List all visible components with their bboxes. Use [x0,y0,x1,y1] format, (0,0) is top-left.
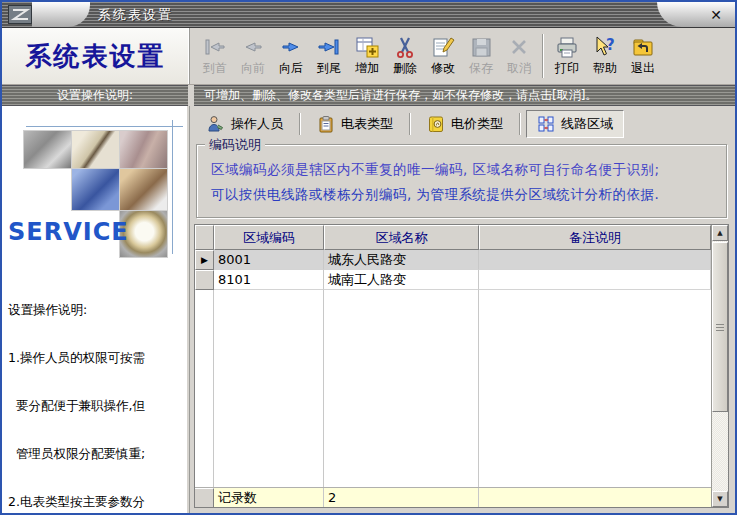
grid-gridline [213,290,214,487]
content-row: SERVICE 设置操作说明: 1.操作人员的权限可按需 要分配便于兼职操作,但… [2,106,735,513]
save-icon [469,35,493,59]
grid-body: 区域编码 区域名称 备注说明 ▶ 8001 城东人民路变 8101 城南工人路变 [195,225,711,507]
help-icon: ? [593,35,617,59]
exit-button[interactable]: 退出 [624,30,662,82]
footer-empty-cell [479,488,711,507]
nav-prev-button[interactable]: 向前 [234,30,272,82]
app-window: 系统表设置 ✕ 系统表设置 到首 向前 [0,0,737,515]
delete-button[interactable]: 删除 [386,30,424,82]
modify-icon [431,35,455,59]
grid-empty-area [195,290,711,487]
record-count-value: 2 [324,488,479,507]
grid-indicator-header [195,225,214,250]
toolbar-button-label: 向后 [279,60,303,77]
save-button[interactable]: 保存 [462,30,500,82]
vertical-scrollbar[interactable]: ▲ ▼ [711,225,728,507]
clipboard-icon [317,115,335,133]
titlebar[interactable]: 系统表设置 ✕ [2,2,735,28]
column-header-code[interactable]: 区域编码 [214,225,324,250]
table-row[interactable]: ▶ 8001 城东人民路变 [195,250,711,270]
toolbar-button-label: 到尾 [317,60,341,77]
cell-region-name[interactable]: 城东人民路变 [324,250,479,270]
modify-button[interactable]: 修改 [424,30,462,82]
groupbox-legend: 编码说明 [205,136,265,154]
section-headers: 设置操作说明: 可增加、删除、修改各类型后请进行保存，如不保存修改，请点击[取消… [2,85,735,106]
print-button[interactable]: 打印 [548,30,586,82]
toolbar-button-label: 修改 [431,60,455,77]
toolbar-button-label: 帮助 [593,60,617,77]
cell-region-note[interactable] [479,250,711,270]
table-row[interactable]: 8101 城南工人路变 [195,270,711,290]
page-title: 系统表设置 [26,39,166,74]
footer-indicator-cell [195,488,214,507]
app-title-panel: 系统表设置 [2,28,190,84]
grid-gridline [478,290,479,487]
instruction-line: 1.操作人员的权限可按需 [8,350,187,366]
nav-first-button[interactable]: 到首 [196,30,234,82]
exit-icon [631,35,655,59]
main-notice-bar: 可增加、删除、修改各类型后请进行保存，如不保存修改，请点击[取消]。 [194,85,735,106]
tab-meter-types[interactable]: 电表类型 [306,110,404,138]
scroll-down-button[interactable]: ▼ [712,491,728,507]
nav-last-button[interactable]: 到尾 [310,30,348,82]
cell-region-code[interactable]: 8101 [214,270,324,290]
add-icon [355,35,379,59]
tab-label: 电价类型 [451,115,503,133]
sidebar-header: 设置操作说明: [2,85,188,106]
scrollbar-grip [716,324,724,331]
row-marker [195,270,214,290]
toolbar-button-label: 取消 [507,60,531,77]
coding-notes-groupbox: 编码说明 区域编码必须是辖区内不重复的唯一编码, 区域名称可自行命名便于识别; … [196,144,727,218]
record-count-label: 记录数 [214,488,324,507]
tab-operators[interactable]: 操作人员 [196,110,294,138]
instruction-line: 要分配便于兼职操作,但 [8,398,187,414]
toolbar: 到首 向前 向后 到尾 [190,28,735,84]
tab-label: 电表类型 [341,115,393,133]
top-row: 系统表设置 到首 向前 向后 [2,28,735,85]
region-grid: 区域编码 区域名称 备注说明 ▶ 8001 城东人民路变 8101 城南工人路变 [194,224,729,508]
main-panel: 操作人员 电表类型 [190,106,735,513]
grid-header: 区域编码 区域名称 备注说明 [195,225,711,250]
column-header-name[interactable]: 区域名称 [324,225,479,250]
app-logo-icon [8,5,32,24]
grid-footer: 记录数 2 [195,487,711,507]
delete-icon [393,35,417,59]
cell-region-note[interactable] [479,270,711,290]
main-notice-text: 可增加、删除、修改各类型后请进行保存，如不保存修改，请点击[取消]。 [204,87,597,104]
scroll-up-button[interactable]: ▲ [712,225,728,241]
scrollbar-track[interactable] [712,412,728,491]
tab-line-regions[interactable]: 线路区域 [526,110,624,138]
print-icon [555,35,579,59]
nav-prev-icon [241,35,265,59]
coding-note-line-1: 区域编码必须是辖区内不重复的唯一编码, 区域名称可自行命名便于识别; [211,157,714,182]
scroll-up-icon: ▲ [717,229,722,237]
instruction-line: 管理员权限分配要慎重; [8,446,187,462]
help-button[interactable]: ? 帮助 [586,30,624,82]
toolbar-button-label: 向前 [241,60,265,77]
nav-last-icon [317,35,341,59]
photo-keyboard [72,169,119,210]
sidebar-header-label: 设置操作说明: [57,87,133,104]
instructions: 设置操作说明: 1.操作人员的权限可按需 要分配便于兼职操作,但 管理员权限分配… [2,262,189,513]
close-icon[interactable]: ✕ [705,5,727,24]
toolbar-button-label: 到首 [203,60,227,77]
tab-label: 操作人员 [231,115,283,133]
tab-separator [299,113,301,135]
add-button[interactable]: 增加 [348,30,386,82]
scroll-down-icon: ▼ [717,495,722,503]
titlebar-swoosh-left [32,2,90,27]
cancel-icon [507,35,531,59]
cell-region-name[interactable]: 城南工人路变 [324,270,479,290]
coding-note-line-2: 可以按供电线路或楼栋分别编码, 为管理系统提供分区域统计分析的依据. [211,182,714,207]
nav-first-icon [203,35,227,59]
cancel-button[interactable]: 取消 [500,30,538,82]
nav-next-button[interactable]: 向后 [272,30,310,82]
cell-region-code[interactable]: 8001 [214,250,324,270]
tab-price-types[interactable]: 电价类型 [416,110,514,138]
region-map-icon [537,115,555,133]
toolbar-button-label: 保存 [469,60,493,77]
column-header-note[interactable]: 备注说明 [479,225,711,250]
photo-pen [72,131,119,168]
scrollbar-thumb[interactable] [712,242,728,412]
person-icon [207,115,225,133]
